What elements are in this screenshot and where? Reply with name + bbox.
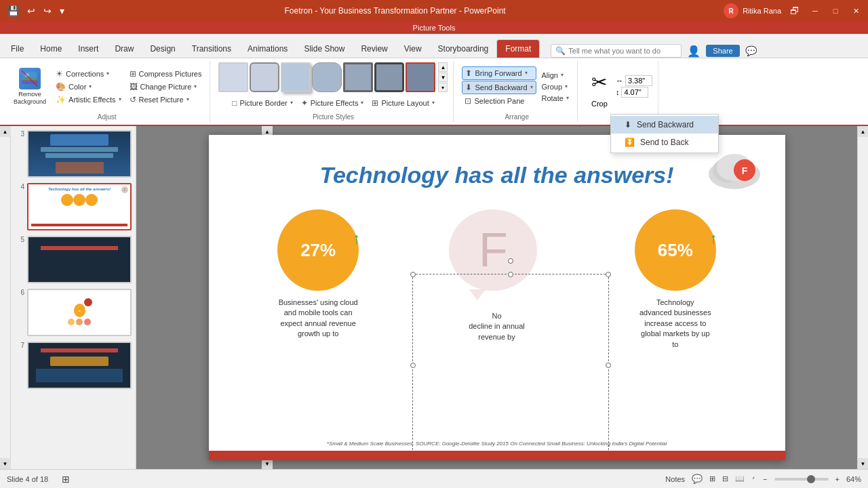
comment-icon[interactable]: 💬	[745, 45, 757, 56]
tab-format[interactable]: Format	[496, 39, 540, 58]
style-6[interactable]	[374, 62, 404, 92]
send-backward-dropdown: ⬇ Send Backward ⏬ Send to Back	[610, 114, 719, 153]
slide-4-thumbnail[interactable]: Technology has all the answers! F	[27, 183, 132, 230]
stat-3: 65% ↑ Technologyadvanced businessesincre…	[608, 209, 743, 350]
style-4[interactable]	[312, 62, 342, 92]
tab-storyboarding[interactable]: Storyboarding	[430, 40, 497, 58]
send-backward-button[interactable]: ⬇ Send Backward ▾	[462, 81, 536, 94]
remove-background-button[interactable]: RemoveBackground	[9, 65, 50, 108]
send-to-back-item[interactable]: ⏬ Send to Back	[611, 134, 718, 151]
reading-view-icon[interactable]: 📖	[735, 474, 745, 483]
style-2[interactable]	[250, 62, 279, 92]
rotate-button[interactable]: Rotate ▾	[539, 93, 572, 104]
handle-mr[interactable]	[606, 363, 611, 368]
color-button[interactable]: 🎨 Color ▾	[53, 81, 123, 93]
zoom-thumb[interactable]	[807, 475, 815, 483]
corrections-button[interactable]: ☀ Corrections ▾	[53, 68, 123, 80]
group-button[interactable]: Group ▾	[539, 81, 572, 92]
panel-scroll-down[interactable]: ▼	[0, 458, 11, 469]
tab-draw[interactable]: Draw	[106, 40, 142, 58]
slide-thumb-4[interactable]: 4 Technology has all the answers! F	[14, 182, 133, 232]
style-5[interactable]	[343, 62, 373, 92]
slide-title: Technology has all the answers!	[209, 162, 785, 188]
styles-scroll-up[interactable]: ▲	[438, 62, 448, 72]
customize-icon[interactable]: ▾	[58, 4, 66, 18]
height-input[interactable]	[621, 87, 648, 98]
panel-scroll-up[interactable]: ▲	[0, 126, 11, 137]
tab-file[interactable]: File	[3, 40, 32, 58]
picture-border-button[interactable]: □ Picture Border ▾	[229, 97, 296, 109]
styles-scroll-down[interactable]: ▼	[438, 73, 448, 82]
slide-sorter-icon[interactable]: ⊟	[722, 474, 728, 483]
rotate-handle[interactable]	[508, 258, 513, 264]
handle-tm[interactable]	[508, 272, 513, 277]
artistic-effects-button[interactable]: ✨ Artistic Effects ▾	[53, 94, 123, 106]
slide-layout-icon[interactable]: ⊞	[62, 474, 70, 485]
zoom-in-button[interactable]: +	[835, 475, 840, 483]
send-to-back-label: Send to Back	[640, 138, 688, 147]
share-button[interactable]: Share	[706, 45, 739, 57]
slide-thumb-6[interactable]: 6 ●	[14, 287, 133, 338]
reset-picture-button[interactable]: ↺ Reset Picture ▾	[127, 94, 205, 106]
picture-effects-button[interactable]: ✦ Picture Effects ▾	[298, 97, 367, 109]
styles-scroll-more[interactable]: ▾	[438, 83, 448, 92]
zoom-out-button[interactable]: −	[763, 475, 767, 483]
bring-forward-icon: ⬆	[465, 68, 472, 78]
tab-view[interactable]: View	[396, 40, 430, 58]
style-7[interactable]	[406, 62, 435, 92]
selection-pane-button[interactable]: ⊡ Selection Pane	[462, 95, 536, 107]
style-3[interactable]	[281, 62, 311, 92]
handle-tl[interactable]	[410, 272, 416, 277]
comment-view-icon[interactable]: 💬	[692, 474, 703, 484]
close-button[interactable]: ✕	[849, 4, 863, 18]
help-search-input[interactable]	[568, 47, 677, 55]
window-controls: R Ritika Rana 🗗 ─ □ ✕	[724, 3, 863, 18]
tab-slideshow[interactable]: Slide Show	[296, 40, 353, 58]
picture-layout-button[interactable]: ⊞ Picture Layout ▾	[369, 97, 437, 109]
slide-3-thumbnail[interactable]	[27, 130, 132, 178]
slide-thumb-7[interactable]: 7	[14, 340, 133, 390]
send-backward-item[interactable]: ⬇ Send Backward	[611, 116, 718, 134]
remove-background-icon	[19, 68, 41, 89]
tab-transitions[interactable]: Transitions	[184, 40, 239, 58]
style-1[interactable]	[218, 62, 248, 92]
change-picture-button[interactable]: 🖼 Change Picture ▾	[127, 81, 205, 93]
save-icon[interactable]: 💾	[5, 4, 21, 18]
presenter-view-icon[interactable]: ⎖	[751, 475, 756, 483]
notes-button[interactable]: Notes	[665, 475, 685, 483]
tab-review[interactable]: Review	[353, 40, 395, 58]
slide-thumb-3[interactable]: 3	[14, 129, 133, 179]
right-scroll-up[interactable]: ▲	[858, 126, 869, 137]
undo-icon[interactable]: ↩	[25, 4, 37, 18]
slide-7-thumbnail[interactable]	[27, 342, 132, 389]
restore-icon[interactable]: 🗗	[788, 4, 802, 18]
crop-button[interactable]: ✂	[586, 66, 613, 100]
slide-5-thumbnail[interactable]	[27, 236, 132, 283]
slide-6-thumbnail[interactable]: ●	[27, 289, 132, 336]
stat-1-text: Businesses' using cloudand mobile tools …	[279, 298, 358, 340]
redo-icon[interactable]: ↪	[41, 4, 54, 18]
normal-view-icon[interactable]: ⊞	[709, 474, 715, 483]
handle-tr[interactable]	[606, 272, 611, 277]
tab-design[interactable]: Design	[142, 40, 183, 58]
minimize-button[interactable]: ─	[808, 4, 822, 18]
help-search-box[interactable]: 🔍	[551, 44, 682, 58]
maximize-button[interactable]: □	[829, 4, 842, 18]
border-caret: ▾	[290, 100, 293, 106]
tab-home[interactable]: Home	[32, 40, 70, 58]
crop-content: ✂ Crop ↔ ↕	[586, 62, 652, 110]
width-icon: ↔	[616, 77, 623, 85]
align-button[interactable]: Align ▾	[539, 70, 572, 81]
slide-thumb-5[interactable]: 5	[14, 235, 133, 285]
tab-animations[interactable]: Animations	[239, 40, 296, 58]
zoom-slider[interactable]	[774, 478, 829, 481]
handle-ml[interactable]	[410, 363, 416, 368]
stat-1: 27% ↑ Businesses' using cloudand mobile …	[250, 209, 386, 340]
width-input[interactable]	[625, 75, 652, 86]
artistic-label: Artistic Effects	[68, 96, 115, 104]
right-scroll-down[interactable]: ▼	[858, 458, 869, 469]
send-backward-item-label: Send Backward	[637, 120, 694, 129]
tab-insert[interactable]: Insert	[70, 40, 106, 58]
bring-forward-button[interactable]: ⬆ Bring Forward ▾	[462, 66, 536, 80]
compress-pictures-button[interactable]: ⊞ Compress Pictures	[127, 68, 205, 80]
